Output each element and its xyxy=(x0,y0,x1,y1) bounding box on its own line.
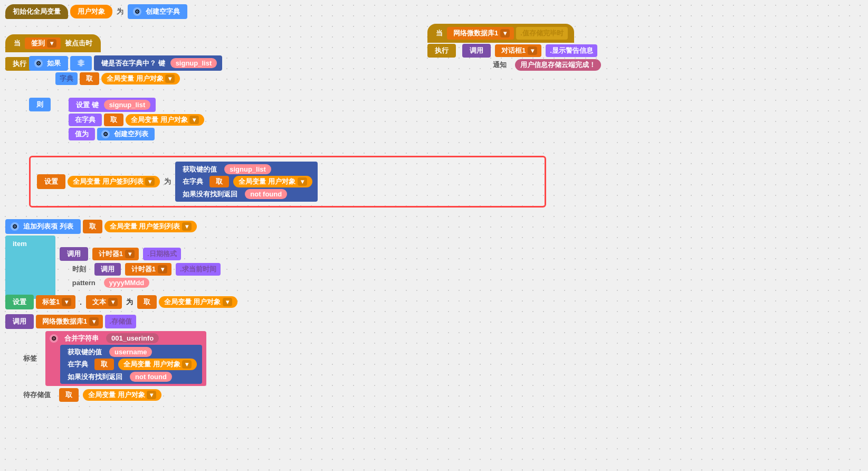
gear-icon4: ⚙ xyxy=(11,222,19,231)
when-signin-block[interactable]: 当 签到 被点击时 xyxy=(5,34,101,52)
dict-label: 字典 xyxy=(55,72,78,85)
get-key-label: 获取键的值 xyxy=(180,165,219,174)
dialog-label: 对话框1 xyxy=(499,46,528,55)
global-var-block5[interactable]: 全局变量 用户对象 xyxy=(118,359,197,370)
gear-icon: ⚙ xyxy=(133,7,141,16)
add-list-label: 追加列表项 列表 xyxy=(21,222,75,231)
date-format-label: .日期格式 xyxy=(143,248,181,260)
signin-component: 签到 xyxy=(29,39,47,48)
set-global-selection-box: 设置 全局变量 用户签到列表 为 获取键的值 signup_list 在字典 取 xyxy=(29,156,546,208)
set-key-block[interactable]: 设置 键 signup_list 在字典 取 全局变量 用户对象 值为 xyxy=(69,98,204,140)
db-label2: 网络微数据库1 xyxy=(451,29,500,38)
user-signin-list-var[interactable]: 全局变量 用户签到列表 xyxy=(104,221,197,232)
global-var-block[interactable]: 全局变量 用户对象 xyxy=(101,73,180,84)
global-var-dropdown4[interactable] xyxy=(223,298,232,306)
store-val-label: 待存储值 xyxy=(21,390,53,400)
show-label: .显示警告信息 xyxy=(546,44,597,57)
dialog-dropdown[interactable] xyxy=(528,46,537,55)
timer2-dropdown[interactable] xyxy=(158,265,167,274)
timer-dropdown[interactable] xyxy=(125,250,135,258)
user-signup-var[interactable]: 全局变量 用户签到列表 xyxy=(68,176,160,187)
as-label: 为 xyxy=(115,7,126,16)
str-001: 001_userinfo xyxy=(106,333,159,343)
if-label: 如果 xyxy=(45,59,63,68)
timer-label: 计时器1 xyxy=(97,249,125,259)
call2-label: 调用 xyxy=(99,265,117,274)
in-dict-label: 在字典 xyxy=(73,115,98,125)
pattern-val: yyyyMMdd xyxy=(104,278,149,288)
set-label-block[interactable]: 设置 标签1 . 文本 为 取 全局变量 用户对象 xyxy=(5,295,237,309)
global-var-block2[interactable]: 全局变量 用户对象 xyxy=(126,114,204,126)
call-db-label: 调用 xyxy=(11,317,28,326)
when-label: 当 xyxy=(12,39,23,48)
global-var-block6[interactable]: 全局变量 用户对象 xyxy=(83,389,161,401)
global-var-dropdown5[interactable] xyxy=(182,360,192,369)
not-label: 非 xyxy=(75,59,87,68)
signup-list-get: signup_list xyxy=(224,164,271,174)
take-label7: 取 xyxy=(63,390,74,400)
user-signup-dropdown[interactable] xyxy=(145,177,155,186)
when-db-stored-block[interactable]: 当 网络微数据库1 .值存储完毕时 执行 调用 对话框1 .显示警告信息 通知 xyxy=(427,24,601,71)
tag-field-label: 标签 xyxy=(21,354,39,363)
then-label: 则 xyxy=(34,100,45,109)
exec-label2: 执行 xyxy=(433,46,451,55)
global-var-block3[interactable]: 全局变量 用户对象 xyxy=(233,176,312,187)
as-label2: 为 xyxy=(162,177,173,186)
get-time-label: .求当前时间 xyxy=(176,263,221,276)
global-var-block4[interactable]: 全局变量 用户对象 xyxy=(159,296,237,308)
call-label: 调用 xyxy=(65,249,83,259)
call-db-block[interactable]: 调用 网络微数据库1 .存储值 标签 ⚙ 合并字符串 001_userinfo xyxy=(5,314,206,402)
init-global-block[interactable]: 初始化全局变量 用户对象 为 ⚙ 创建空字典 xyxy=(5,4,187,19)
click-event: 被点击时 xyxy=(63,39,94,48)
label1-label: 标签1 xyxy=(40,297,62,307)
user-obj-label: 用户对象 xyxy=(75,7,107,16)
item-label: item xyxy=(11,240,29,248)
take-label2: 取 xyxy=(108,115,119,125)
take-label4: 取 xyxy=(87,222,98,231)
signin-dropdown[interactable] xyxy=(47,39,56,48)
create-list-label: 创建空列表 xyxy=(112,129,150,139)
global-var-dropdown[interactable] xyxy=(165,74,175,83)
set-key-label: 设置 键 xyxy=(74,100,101,110)
create-dict-label: 创建空字典 xyxy=(144,7,182,16)
gear-icon2: ⚙ xyxy=(34,59,43,68)
global-var-dropdown3[interactable] xyxy=(298,177,307,186)
if-not-found-label: 如果没有找到返回 xyxy=(180,190,240,199)
value-as-label: 值为 xyxy=(73,129,91,139)
if-not-found-label2: 如果没有找到返回 xyxy=(65,372,125,382)
db-label: 网络微数据库1 xyxy=(40,317,89,326)
get-key-label2: 获取键的值 xyxy=(65,347,104,357)
signup-list-key: signup_list xyxy=(104,100,151,110)
timer2-label: 计时器1 xyxy=(129,265,158,274)
exec-label: 执行 xyxy=(11,59,28,69)
dot-label: . xyxy=(78,298,84,306)
then-block[interactable]: 则 xyxy=(29,98,51,111)
gear-icon3: ⚙ xyxy=(101,130,110,138)
merge-label: 合并字符串 xyxy=(62,334,101,343)
global-var-dropdown2[interactable] xyxy=(189,116,199,124)
gear-icon5: ⚙ xyxy=(50,334,58,343)
block-canvas: 初始化全局变量 用户对象 为 ⚙ 创建空字典 当 签到 被点击时 执行 xyxy=(0,0,868,471)
notify-label: 通知 xyxy=(491,60,509,70)
add-list-item-block[interactable]: ⚙ 追加列表项 列表 取 全局变量 用户签到列表 item 调用 xyxy=(5,219,221,299)
not-found-str2: not found xyxy=(130,372,172,382)
take-label: 取 xyxy=(84,74,95,83)
db-dropdown[interactable] xyxy=(89,317,99,326)
user-signin-dropdown2[interactable] xyxy=(182,222,192,231)
init-label: 初始化全局变量 xyxy=(11,7,63,16)
as-label3: 为 xyxy=(124,297,135,307)
not-found-str: not found xyxy=(245,189,287,199)
text-dropdown[interactable] xyxy=(108,298,118,306)
time-label: 时刻 xyxy=(70,265,88,274)
call-label2: 调用 xyxy=(468,46,485,55)
global-var-dropdown6[interactable] xyxy=(147,391,156,399)
take-label3: 取 xyxy=(214,177,225,186)
username-str: username xyxy=(109,347,152,357)
when-label2: 当 xyxy=(434,29,445,38)
notify-msg: 用户信息存储云端完成！ xyxy=(515,59,601,71)
set-label2: 设置 xyxy=(11,297,28,307)
label1-dropdown[interactable] xyxy=(62,298,71,306)
in-dict-label3: 在字典 xyxy=(65,360,90,369)
db-dropdown2[interactable] xyxy=(500,29,510,37)
if-block[interactable]: ⚙ 如果 非 键是否在字典中？ 键 signup_list 字典 取 全局变量 … xyxy=(29,55,222,85)
